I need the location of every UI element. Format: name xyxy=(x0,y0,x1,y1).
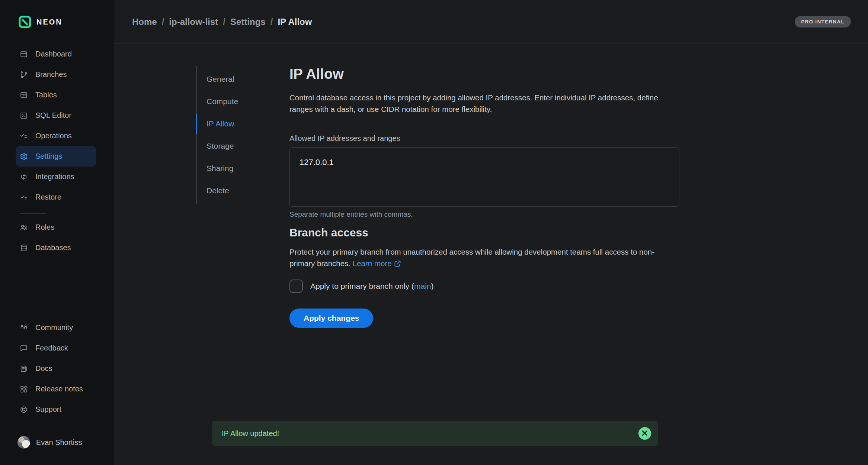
subnav-item-delete[interactable]: Delete xyxy=(197,180,270,202)
sidebar-divider xyxy=(20,213,47,214)
checkbox-label-prefix: Apply to primary branch only ( xyxy=(310,282,414,290)
branch-access-title: Branch access xyxy=(289,226,679,239)
breadcrumb-home[interactable]: Home xyxy=(132,17,157,27)
branches-icon xyxy=(20,71,28,79)
community-icon xyxy=(20,324,28,332)
settings-gear-icon xyxy=(20,152,28,161)
learn-more-label: Learn more xyxy=(353,259,392,268)
operations-icon xyxy=(20,132,28,140)
sidebar-item-community[interactable]: Community xyxy=(16,317,96,338)
sidebar-item-label: Community xyxy=(35,323,73,332)
sidebar-item-label: Settings xyxy=(35,152,62,161)
subnav-label: Compute xyxy=(206,97,238,106)
avatar xyxy=(17,436,30,449)
subnav-label: Sharing xyxy=(206,164,233,173)
close-icon: × xyxy=(641,428,649,437)
page-description: Control database access in this project … xyxy=(289,92,665,115)
subnav-label: Storage xyxy=(206,142,234,151)
sidebar-item-label: Dashboard xyxy=(35,50,72,58)
sidebar-item-sql-editor[interactable]: SQL Editor xyxy=(16,105,96,126)
sidebar-item-databases[interactable]: Databases xyxy=(16,238,96,258)
subnav-item-sharing[interactable]: Sharing xyxy=(197,157,270,180)
subnav-label: Delete xyxy=(206,186,229,195)
breadcrumb: Home / ip-allow-list / Settings / IP All… xyxy=(132,17,312,27)
sidebar-item-branches[interactable]: Branches xyxy=(16,64,96,85)
sidebar-item-label: Restore xyxy=(35,193,61,201)
subnav-item-ip-allow[interactable]: IP Allow xyxy=(197,113,270,135)
topbar: Home / ip-allow-list / Settings / IP All… xyxy=(114,0,868,44)
primary-branch-only-checkbox[interactable] xyxy=(289,280,303,293)
sidebar-item-tables[interactable]: Tables xyxy=(16,85,96,105)
sidebar-item-dashboard[interactable]: Dashboard xyxy=(16,44,96,64)
success-toast: IP Allow updated! × xyxy=(212,421,658,446)
subnav-item-storage[interactable]: Storage xyxy=(197,135,270,157)
sidebar-item-label: Support xyxy=(35,405,61,414)
release-notes-icon xyxy=(20,385,28,393)
sidebar-divider xyxy=(20,425,47,425)
sidebar-item-label: Release notes xyxy=(35,385,83,393)
user-name: Evan Shortiss xyxy=(36,438,82,447)
sidebar-item-label: Tables xyxy=(35,91,57,99)
sidebar-item-restore[interactable]: Restore xyxy=(16,187,96,207)
active-indicator xyxy=(196,114,197,134)
subnav-label: IP Allow xyxy=(206,119,234,128)
settings-subnav: General Compute IP Allow Storage Sharing… xyxy=(196,66,270,204)
sidebar-nav-secondary: Roles Databases xyxy=(16,217,96,258)
sidebar-item-operations[interactable]: Operations xyxy=(16,126,96,146)
docs-icon xyxy=(20,365,28,373)
sql-editor-icon xyxy=(20,112,28,120)
breadcrumb-current: IP Allow xyxy=(278,17,312,27)
sidebar-item-label: Feedback xyxy=(35,344,68,352)
sidebar-item-label: Branches xyxy=(35,70,67,79)
sidebar-item-integrations[interactable]: Integrations xyxy=(16,167,96,187)
sidebar-nav-main: Dashboard Branches Tables SQL Editor Ope… xyxy=(16,44,96,207)
breadcrumb-separator: / xyxy=(270,17,273,27)
sidebar-item-settings[interactable]: Settings xyxy=(16,146,96,167)
subnav-item-general[interactable]: General xyxy=(197,68,270,90)
branch-access-text: Protect your primary branch from unautho… xyxy=(289,248,654,268)
sidebar-item-label: Integrations xyxy=(35,172,74,181)
ip-addresses-input[interactable]: 127.0.0.1 xyxy=(289,147,679,207)
checkbox-label-suffix: ) xyxy=(431,282,433,290)
sidebar-nav-bottom: Community Feedback Docs Release notes Su… xyxy=(16,317,96,420)
breadcrumb-separator: / xyxy=(223,17,225,27)
integrations-icon xyxy=(20,173,28,181)
ip-allow-panel: IP Allow Control database access in this… xyxy=(289,66,679,328)
subnav-item-compute[interactable]: Compute xyxy=(197,90,270,113)
plan-badge: PRO INTERNAL xyxy=(795,16,851,28)
sidebar-item-label: Roles xyxy=(35,223,54,232)
restore-icon xyxy=(20,193,28,201)
sidebar-item-label: Docs xyxy=(35,364,52,373)
sidebar-item-support[interactable]: Support xyxy=(16,399,96,420)
subnav-label: General xyxy=(206,75,234,84)
sidebar: NEON Dashboard Branches Tables SQL Edito… xyxy=(0,0,114,465)
sidebar-item-docs[interactable]: Docs xyxy=(16,358,96,379)
ip-field-label: Allowed IP addresses and ranges xyxy=(289,134,679,143)
feedback-icon xyxy=(20,344,28,352)
databases-icon xyxy=(20,244,28,252)
breadcrumb-separator: / xyxy=(162,17,164,27)
sidebar-item-label: Databases xyxy=(35,243,71,252)
neon-logo-icon xyxy=(19,16,31,28)
tables-icon xyxy=(20,91,28,99)
learn-more-link[interactable]: Learn more xyxy=(353,259,401,268)
main-content: General Compute IP Allow Storage Sharing… xyxy=(114,44,868,465)
breadcrumb-project[interactable]: ip-allow-list xyxy=(169,17,218,27)
support-icon xyxy=(20,406,28,414)
sidebar-item-label: Operations xyxy=(35,132,72,140)
user-menu[interactable]: Evan Shortiss xyxy=(17,436,82,449)
toast-message: IP Allow updated! xyxy=(222,429,279,438)
dashboard-icon xyxy=(20,50,28,58)
breadcrumb-settings[interactable]: Settings xyxy=(230,17,266,27)
sidebar-item-feedback[interactable]: Feedback xyxy=(16,338,96,358)
sidebar-item-release-notes[interactable]: Release notes xyxy=(16,379,96,399)
primary-branch-only-row: Apply to primary branch only (main) xyxy=(289,280,679,293)
brand-wordmark: NEON xyxy=(36,18,63,26)
sidebar-item-roles[interactable]: Roles xyxy=(16,217,96,238)
roles-icon xyxy=(20,223,28,232)
branch-name-link[interactable]: main xyxy=(414,282,431,290)
neon-logo[interactable]: NEON xyxy=(19,16,63,28)
toast-close-button[interactable]: × xyxy=(638,427,651,440)
apply-changes-button[interactable]: Apply changes xyxy=(289,309,373,328)
external-link-icon xyxy=(394,260,401,267)
